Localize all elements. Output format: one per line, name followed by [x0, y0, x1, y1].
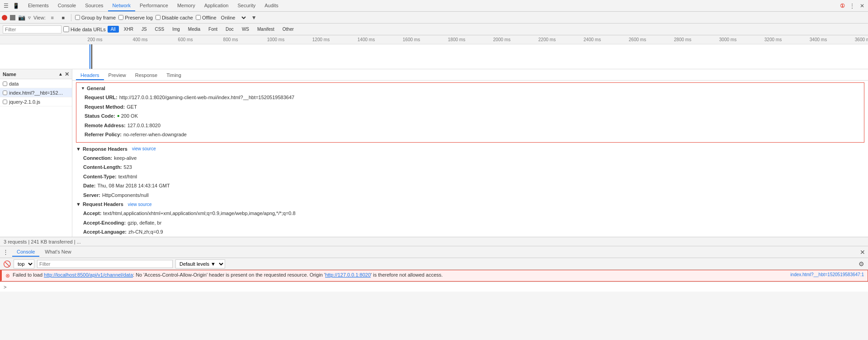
- name-item-index[interactable]: index.html?__hbt=1520519583...: [0, 88, 72, 97]
- console-settings-icon[interactable]: ⚙: [857, 260, 865, 268]
- tab-preview[interactable]: Preview: [104, 71, 131, 80]
- error-url-link[interactable]: http://localhost:8500/api/v1/channel/dat…: [44, 272, 133, 278]
- online-select[interactable]: Online Offline Slow 3G Fast 3G: [219, 14, 247, 21]
- general-section-header[interactable]: ▼ General: [81, 86, 859, 93]
- req-accept-language-val: zh-CN,zh;q=0.9: [128, 228, 163, 236]
- general-section-title: General: [87, 86, 105, 91]
- tab-response[interactable]: Response: [131, 71, 162, 80]
- response-headers-header[interactable]: ▼ Response Headers view source: [72, 144, 868, 153]
- console-scope-select[interactable]: top: [14, 259, 34, 268]
- hide-data-urls-checkbox[interactable]: [63, 26, 69, 32]
- notification-icon[interactable]: ①: [838, 2, 846, 10]
- error-origin-link[interactable]: http://127.0.0.1:8020: [325, 272, 371, 278]
- console-menu-icon[interactable]: ⋮: [3, 249, 9, 255]
- disable-cache-checkbox[interactable]: [156, 15, 160, 20]
- detail-panel: Headers Preview Response Timing ▼ Genera…: [72, 69, 868, 237]
- req-accept-encoding-row: Accept-Encoding: gzip, deflate, br: [72, 218, 868, 228]
- tick-1000: 1000 ms: [253, 37, 298, 42]
- close-devtools-icon[interactable]: ✕: [858, 2, 866, 10]
- tick-200: 200 ms: [72, 37, 118, 42]
- more-icon[interactable]: ⋮: [848, 2, 856, 10]
- console-tab-console[interactable]: Console: [12, 248, 39, 257]
- req-accept-encoding-key: Accept-Encoding:: [83, 219, 126, 227]
- console-level-select[interactable]: Default levels ▼: [175, 259, 225, 268]
- view-large-icon[interactable]: ■: [59, 14, 67, 22]
- console-error-source[interactable]: index.html?__hbt=1520519583647:1: [790, 272, 864, 277]
- tab-audits[interactable]: Audits: [260, 0, 283, 11]
- resp-content-type-key: Content-Type:: [83, 173, 117, 181]
- tab-application[interactable]: Application: [200, 0, 233, 11]
- filter-font-btn[interactable]: Font: [205, 26, 221, 33]
- tab-console[interactable]: Console: [53, 0, 80, 11]
- tick-2400: 2400 ms: [570, 37, 615, 42]
- filter-toggle-button[interactable]: ▿: [28, 14, 31, 21]
- filter-xhr-btn[interactable]: XHR: [121, 26, 137, 33]
- sort-icon[interactable]: ▲: [58, 72, 63, 77]
- console-clear-icon[interactable]: 🚫: [3, 260, 11, 268]
- name-checkbox-jquery[interactable]: [3, 100, 7, 104]
- console-input[interactable]: [8, 284, 864, 290]
- preserve-log-checkbox[interactable]: [118, 15, 123, 20]
- tab-elements[interactable]: Elements: [24, 0, 53, 11]
- tab-sources[interactable]: Sources: [80, 0, 108, 11]
- view-list-icon[interactable]: ≡: [48, 14, 57, 22]
- hide-data-urls-label[interactable]: Hide data URLs: [63, 26, 106, 32]
- request-method-key: Request Method:: [85, 103, 125, 111]
- filter-other-btn[interactable]: Other: [279, 26, 297, 33]
- resp-date-key: Date:: [83, 182, 96, 190]
- preserve-log-checkbox-group[interactable]: Preserve log: [118, 15, 153, 20]
- offline-checkbox[interactable]: [196, 15, 201, 20]
- req-accept-val: text/html,application/xhtml+xml,applicat…: [103, 210, 295, 217]
- filter-bar: Hide data URLs All XHR JS CSS Img Media …: [0, 24, 868, 35]
- name-label-jquery: jquery-2.1.0.js: [9, 99, 40, 105]
- group-by-frame-checkbox[interactable]: [75, 15, 80, 20]
- filter-js-btn[interactable]: JS: [138, 26, 150, 33]
- filter-all-btn[interactable]: All: [108, 26, 119, 33]
- filter-css-btn[interactable]: CSS: [152, 26, 168, 33]
- name-label-data: data: [9, 81, 19, 86]
- console-tabs: ⋮ Console What's New ✕: [0, 246, 868, 258]
- throttle-more-icon[interactable]: ▼: [250, 14, 258, 22]
- inspect-icon[interactable]: ☰: [2, 2, 10, 10]
- req-accept-language-key: Accept-Language:: [83, 228, 127, 236]
- console-tab-whatsnew[interactable]: What's New: [40, 248, 75, 257]
- tick-2200: 2200 ms: [524, 37, 570, 42]
- offline-checkbox-group[interactable]: Offline: [196, 15, 217, 20]
- tab-headers[interactable]: Headers: [76, 71, 104, 80]
- console-filter-input[interactable]: [37, 260, 173, 268]
- filter-img-btn[interactable]: Img: [169, 26, 183, 33]
- console-close-button[interactable]: ✕: [860, 249, 865, 256]
- tab-security[interactable]: Security: [233, 0, 260, 11]
- tab-memory[interactable]: Memory: [173, 0, 200, 11]
- disable-cache-checkbox-group[interactable]: Disable cache: [156, 15, 193, 20]
- name-panel-header: Name ▲ ✕: [0, 69, 72, 79]
- request-method-val: GET: [127, 103, 137, 111]
- tick-3600: 3600 ms: [841, 37, 868, 42]
- screenshot-button[interactable]: 📷: [18, 14, 25, 21]
- record-button[interactable]: [2, 15, 7, 20]
- filter-manifest-btn[interactable]: Manifest: [254, 26, 278, 33]
- filter-input[interactable]: [3, 25, 61, 34]
- resp-connection-val: keep-alive: [114, 154, 137, 162]
- req-accept-language-row: Accept-Language: zh-CN,zh;q=0.9: [72, 227, 868, 237]
- tab-network[interactable]: Network: [108, 0, 135, 11]
- response-headers-view-source[interactable]: view source: [132, 146, 156, 151]
- stop-record-button[interactable]: [10, 15, 15, 20]
- name-item-data[interactable]: data: [0, 79, 72, 88]
- group-by-frame-checkbox-group[interactable]: Group by frame: [75, 15, 116, 20]
- name-panel: Name ▲ ✕ data index.html?__hbt=152051958…: [0, 69, 72, 237]
- filter-media-btn[interactable]: Media: [185, 26, 203, 33]
- name-checkbox-data[interactable]: [3, 81, 7, 86]
- name-checkbox-index[interactable]: [3, 91, 7, 95]
- close-panel-icon[interactable]: ✕: [65, 71, 69, 77]
- filter-ws-btn[interactable]: WS: [239, 26, 252, 33]
- name-item-jquery[interactable]: jquery-2.1.0.js: [0, 97, 72, 106]
- tick-3000: 3000 ms: [705, 37, 750, 42]
- device-icon[interactable]: 📱: [12, 2, 20, 10]
- request-headers-view-source[interactable]: view source: [128, 202, 152, 207]
- request-headers-header[interactable]: ▼ Request Headers view source: [72, 200, 868, 209]
- tab-timing[interactable]: Timing: [162, 71, 186, 80]
- request-url-key: Request URL:: [85, 94, 118, 101]
- tab-performance[interactable]: Performance: [135, 0, 173, 11]
- filter-doc-btn[interactable]: Doc: [222, 26, 237, 33]
